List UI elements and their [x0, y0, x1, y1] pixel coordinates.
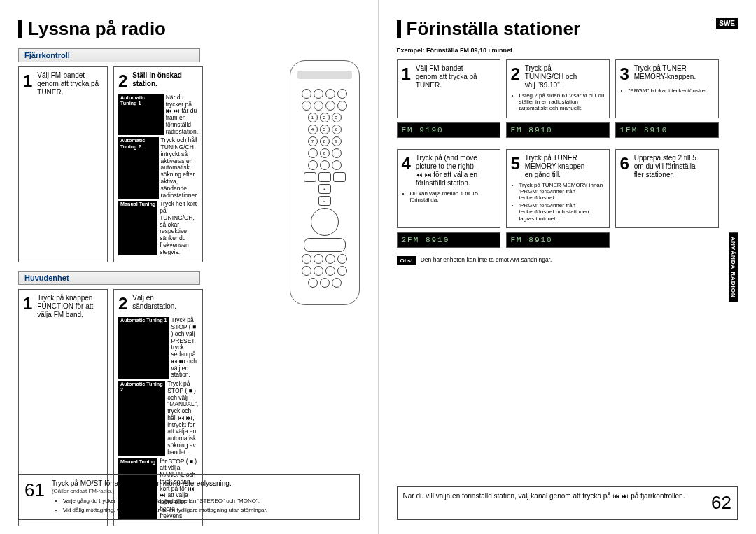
page-62: Förinställa stationer SWE ANVÄNDA RADION… — [379, 0, 757, 534]
step-number: 2 — [118, 71, 127, 92]
step-text: Välj FM-bandet genom att trycka på TUNER… — [37, 71, 100, 97]
section-remote: Fjärrkontroll — [18, 48, 200, 62]
tag-auto2: Automatic Tuning 2 — [118, 137, 159, 199]
preset-steps-row1: 1 Välj FM-bandet genom att trycka på TUN… — [397, 59, 738, 118]
footer-main: När du vill välja en förinställd station… — [403, 492, 685, 500]
step-text: Tryck på (and move picture to the right)… — [416, 154, 479, 188]
tag-auto1: Automatic Tuning 1 — [118, 94, 164, 136]
obs-text: Den här enheten kan inte ta emot AM-sänd… — [421, 256, 552, 265]
step-number: 1 — [23, 71, 32, 92]
preset-step-6: 6 Upprepa steg 2 till 5 om du vill förin… — [615, 149, 719, 228]
footer-left: 61 Tryck på MO/ST för att välja mellan m… — [18, 474, 360, 520]
step-number: 2 — [118, 294, 127, 314]
preset-steps-row2: 4 Tryck på (and move picture to the righ… — [397, 149, 738, 228]
step-text: Välj en sändarstation. — [132, 294, 195, 311]
note: Tryck på STOP ( ■ ) och välj "MANUAL", t… — [167, 381, 198, 456]
obs-badge: Obs! — [397, 256, 416, 265]
tuning-notes: Automatic Tuning 1När du trycker på ⏮ ⏭ … — [118, 94, 198, 256]
tag-auto1: Automatic Tuning 1 — [118, 317, 169, 379]
footer-main: Tryck på MO/ST för att välja mellan mono… — [52, 479, 354, 488]
lcd-row2: 2FM 8910 FM 8910 — [397, 232, 738, 248]
lcd-display: FM 8910 — [506, 232, 610, 248]
preset-step-5: 5 Tryck på TUNER MEMORY-knappen en gång … — [506, 149, 610, 228]
note: "PRGM" blinkar i teckenfönstret. — [629, 87, 714, 94]
step-text: Tryck på TUNING/CH och välj "89.10". — [525, 64, 588, 90]
note: I steg 2 på sidan 61 visar vi hur du stä… — [519, 92, 605, 112]
page-title-left: Lyssna på radio — [18, 18, 360, 40]
swe-badge: SWE — [716, 18, 738, 29]
lcd-display: FM 8910 — [506, 122, 610, 138]
page-61: Lyssna på radio Fjärrkontroll 1 Välj FM-… — [0, 0, 379, 534]
footer-bullet: Varje gång du trycker på knappen växlar … — [63, 498, 354, 505]
page-number-right: 62 — [711, 491, 732, 515]
footer-bullet: Vid dålig mottagning, välj MONO så får d… — [63, 507, 354, 514]
page-number-left: 61 — [24, 479, 45, 515]
step-text: Upprepa steg 2 till 5 om du vill förinst… — [634, 154, 697, 179]
note: Tryck på STOP ( ■ ) och välj PRESET, try… — [172, 317, 198, 379]
note: Tryck helt kort på TUNING/CH, så ökar re… — [160, 201, 198, 255]
remote-illustration: 123 456 789 0 + − — [290, 60, 360, 305]
footer-box: När du vill välja en förinställd station… — [397, 486, 738, 520]
step-number: 1 — [23, 294, 32, 314]
footer-right: När du vill välja en förinställd station… — [397, 486, 738, 520]
step-text: Tryck på TUNER MEMORY-knappen en gång ti… — [525, 154, 588, 179]
remote-step-2: 2 Ställ in önskad station. Automatic Tun… — [113, 66, 203, 262]
lcd-display: 2FM 8910 — [397, 232, 500, 248]
preset-step-3: 3 Tryck på TUNER MEMORY-knappen. "PRGM" … — [615, 59, 719, 118]
tag-manual: Manual Tuning — [118, 201, 158, 255]
note: Tryck på TUNER MEMORY innan 'PRGM' försv… — [519, 182, 605, 202]
remote-buttons: 123 456 789 0 + − — [296, 89, 354, 297]
note: Tryck och håll TUNING/CH intryckt så akt… — [161, 137, 198, 199]
lcd-display: 1FM 8910 — [615, 122, 719, 138]
tag-auto2: Automatic Tuning 2 — [118, 381, 165, 456]
remote-step-1: 1 Välj FM-bandet genom att trycka på TUN… — [18, 66, 108, 262]
note: 'PRGM' försvinner från teckenfönstret oc… — [519, 202, 605, 222]
step-text: Ställ in önskad station. — [132, 71, 195, 88]
step-text: Välj FM-bandet genom att trycka på TUNER… — [416, 64, 479, 90]
example-line: Exempel: Förinställa FM 89,10 i minnet — [397, 47, 738, 54]
side-tab: ANVÄNDA RADION — [729, 232, 738, 302]
page-title-right: Förinställa stationer — [397, 18, 738, 40]
lcd-display: FM 9190 — [397, 122, 500, 138]
obs-row: Obs! Den här enheten kan inte ta emot AM… — [397, 256, 738, 265]
footer-bullets: Varje gång du trycker på knappen växlar … — [52, 498, 354, 514]
note: Du kan välja mellan 1 till 15 förinställ… — [410, 190, 496, 203]
step-text: Tryck på knappen FUNCTION för att välja … — [37, 294, 100, 319]
footer-sub: (Gäller endast FM-radio.) — [52, 488, 354, 495]
section-mainunit: Huvudenhet — [18, 271, 200, 285]
lcd-row1: FM 9190 FM 8910 1FM 8910 — [397, 122, 738, 138]
preset-step-1: 1 Välj FM-bandet genom att trycka på TUN… — [397, 59, 500, 118]
preset-step-2: 2 Tryck på TUNING/CH och välj "89.10". I… — [506, 59, 610, 118]
preset-step-4: 4 Tryck på (and move picture to the righ… — [397, 149, 500, 228]
footer-box: 61 Tryck på MO/ST för att välja mellan m… — [18, 474, 360, 520]
step-text: Tryck på TUNER MEMORY-knappen. — [634, 64, 697, 81]
note: När du trycker på ⏮ ⏭ får du fram en för… — [166, 94, 198, 136]
